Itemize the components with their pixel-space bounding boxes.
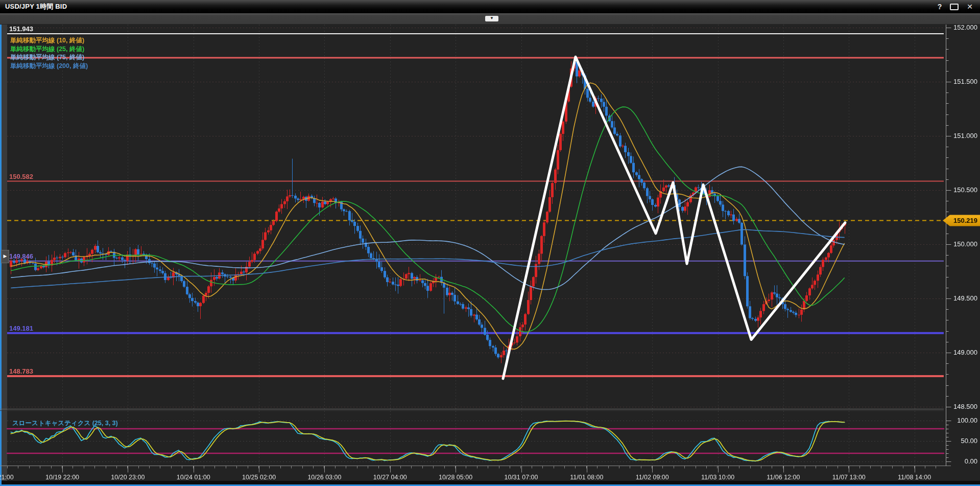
toolbar-strip: ▼ — [0, 13, 980, 25]
maximize-button[interactable] — [950, 4, 959, 10]
help-button[interactable]: ? — [938, 0, 942, 13]
chart-window: USD/JPY 1時間 BID ? ✕ ▼ ▶ 単純移動平均線 (10, 終値)… — [0, 0, 980, 486]
close-button[interactable]: ✕ — [967, 0, 973, 13]
time-axis[interactable] — [0, 466, 950, 481]
pane-resize-divider[interactable] — [0, 408, 944, 411]
window-title: USD/JPY 1時間 BID — [0, 2, 67, 11]
toolbar-collapse-button[interactable]: ▼ — [485, 16, 498, 21]
title-bar[interactable]: USD/JPY 1時間 BID ? ✕ — [0, 0, 980, 13]
left-panel-toggle-button[interactable]: ▶ — [1, 250, 9, 263]
window-controls: ? ✕ — [938, 0, 973, 13]
chart-canvas[interactable] — [0, 0, 980, 486]
price-axis[interactable] — [944, 24, 980, 465]
